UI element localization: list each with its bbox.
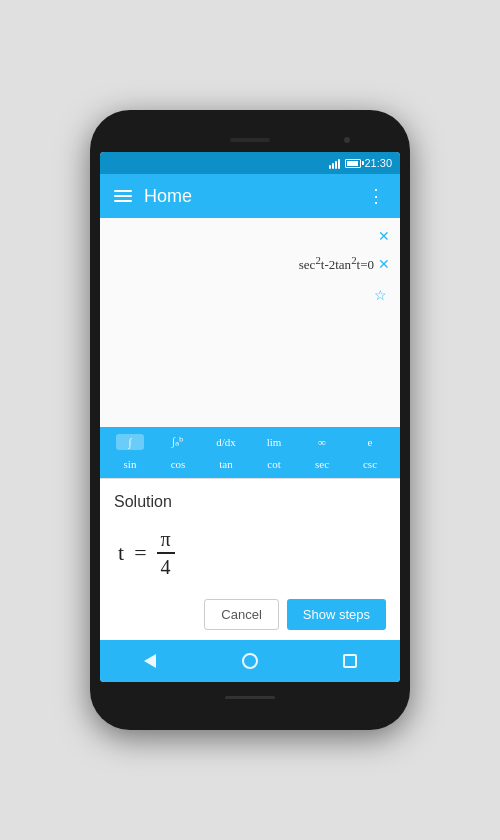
equation-row-2: sec2t-2tan2t=0 ✕	[110, 250, 390, 277]
equation-text-2: sec2t-2tan2t=0	[110, 254, 374, 273]
speaker	[230, 138, 270, 142]
back-button[interactable]	[132, 643, 168, 679]
main-content: ✕ sec2t-2tan2t=0 ✕ ☆ ∫	[100, 218, 400, 640]
more-options-button[interactable]: ⋮	[363, 181, 390, 211]
derivative-button[interactable]: d/dx	[212, 434, 240, 450]
solution-math: t = π 4	[114, 519, 386, 587]
math-toolbar: ∫ ∫ₐᵇ d/dx lim ∞ e sin cos tan cot sec c…	[100, 427, 400, 478]
recent-apps-button[interactable]	[332, 643, 368, 679]
status-icons: 21:30	[329, 157, 392, 169]
toolbar-row-2: sin cos tan cot sec csc	[100, 453, 400, 475]
home-button[interactable]	[232, 643, 268, 679]
tan-button[interactable]: tan	[212, 456, 240, 472]
solution-actions: Cancel Show steps	[114, 599, 386, 630]
status-time: 21:30	[364, 157, 392, 169]
solution-variable: t	[118, 540, 124, 566]
status-bar: 21:30	[100, 152, 400, 174]
definite-integral-button[interactable]: ∫ₐᵇ	[164, 433, 192, 450]
cot-button[interactable]: cot	[260, 456, 288, 472]
solution-panel: Solution t = π 4 Cancel Show steps	[100, 478, 400, 640]
limit-button[interactable]: lim	[260, 434, 288, 450]
phone-frame: 21:30 Home ⋮ ✕	[90, 110, 410, 730]
app-bar: Home ⋮	[100, 174, 400, 218]
solution-fraction: π 4	[157, 527, 175, 579]
fraction-denominator: 4	[157, 554, 175, 579]
equation-row-3: ☆	[110, 281, 390, 309]
solution-title: Solution	[114, 493, 386, 511]
app-title: Home	[144, 186, 355, 207]
signal-icon	[329, 157, 340, 169]
show-steps-button[interactable]: Show steps	[287, 599, 386, 630]
solution-equals: =	[134, 540, 146, 566]
fraction-numerator: π	[157, 527, 175, 554]
menu-button[interactable]	[110, 186, 136, 206]
sec-button[interactable]: sec	[308, 456, 336, 472]
phone-screen: 21:30 Home ⋮ ✕	[100, 152, 400, 682]
bottom-navigation	[100, 640, 400, 682]
toolbar-row-1: ∫ ∫ₐᵇ d/dx lim ∞ e	[100, 430, 400, 453]
delete-equation-2-button[interactable]: ✕	[378, 258, 390, 270]
euler-button[interactable]: e	[356, 434, 384, 450]
battery-icon	[345, 159, 361, 168]
equation-area: ✕ sec2t-2tan2t=0 ✕ ☆	[100, 218, 400, 427]
equation-row-1: ✕	[110, 226, 390, 246]
infinity-button[interactable]: ∞	[308, 434, 336, 450]
cos-button[interactable]: cos	[164, 456, 192, 472]
integral-button[interactable]: ∫	[116, 434, 144, 450]
phone-bottom	[100, 682, 400, 712]
cancel-button[interactable]: Cancel	[204, 599, 278, 630]
camera	[344, 137, 350, 143]
csc-button[interactable]: csc	[356, 456, 384, 472]
phone-top-bar	[100, 128, 400, 152]
delete-equation-1-button[interactable]: ✕	[378, 230, 390, 242]
sin-button[interactable]: sin	[116, 456, 144, 472]
favorite-button[interactable]: ☆	[370, 285, 390, 305]
